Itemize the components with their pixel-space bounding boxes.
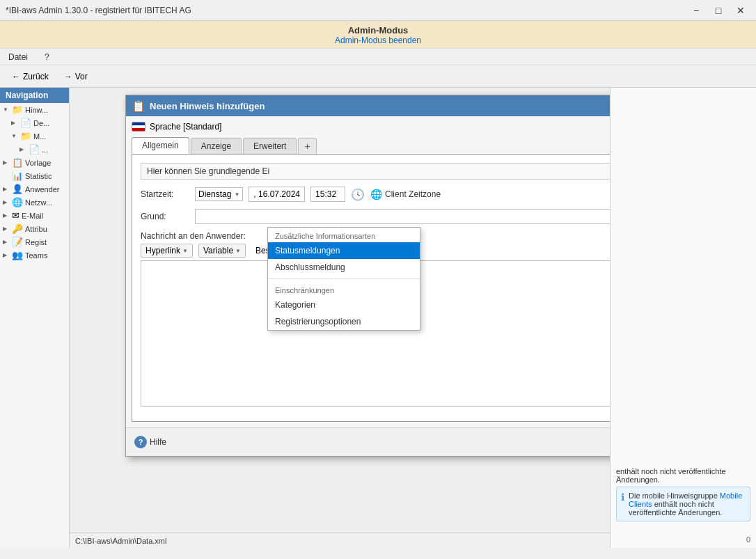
sidebar-item-netzw[interactable]: ▶ 🌐 Netzw...	[0, 196, 69, 209]
hyperlink-button[interactable]: Hyperlink	[141, 244, 193, 258]
content-area: 📋 Neuen Hinweis hinzufügen − □ ✕ Sprache…	[70, 88, 610, 548]
sidebar-item-sub[interactable]: ▶ 📄 ...	[0, 143, 69, 156]
expand-icon: ▶	[3, 159, 10, 166]
back-label: Zurück	[23, 72, 49, 81]
info-box: ℹ Die mobile Hinweisgruppe Mobile Client…	[616, 487, 750, 521]
back-button[interactable]: ← Zurück	[6, 69, 55, 84]
tab-anzeige[interactable]: Anzeige	[191, 138, 242, 154]
sidebar-label-hinw: Hinw...	[25, 106, 48, 114]
network-icon: 🌐	[12, 197, 23, 207]
day-dropdown[interactable]: Dienstag	[195, 187, 243, 201]
teams-icon: 👥	[12, 250, 23, 260]
expand-icon: ▶	[3, 199, 10, 205]
sidebar-item-m[interactable]: ▼ 📁 M...	[0, 129, 69, 143]
description-field: Hier können Sie grundlegende Ei	[141, 163, 610, 180]
notice-text: enthält noch nicht veröffentlichte Änder…	[616, 467, 750, 484]
attrib-icon: 🔑	[12, 223, 23, 234]
doc-icon: 📄	[29, 144, 40, 155]
menu-datei[interactable]: Datei	[6, 51, 31, 63]
sidebar-item-attribu[interactable]: ▶ 🔑 Attribu	[0, 222, 69, 235]
sidebar-label-attribu: Attribu	[25, 225, 47, 233]
sidebar-item-regist[interactable]: ▶ 📝 Regist	[0, 235, 69, 249]
counter: 0	[746, 535, 750, 544]
admin-mode-deactivate-link[interactable]: Admin-Modus beenden	[335, 36, 421, 45]
status-bar: C:\IBI-aws\Admin\Data.xml	[70, 533, 610, 548]
lang-flag-icon	[132, 122, 145, 132]
expand-icon: ▶	[3, 226, 10, 232]
email-icon: ✉	[12, 210, 19, 221]
sidebar: Navigation ▼ 📁 Hinw... ▶ 📄 De... ▼ 📁 M..…	[0, 88, 70, 548]
help-icon: ?	[134, 436, 147, 448]
admin-banner: Admin-Modus Admin-Modus beenden	[0, 21, 756, 49]
startzeit-row: Startzeit: Dienstag , 16.07.2024 🕓 🌐 Cli…	[141, 187, 610, 202]
forward-icon: →	[64, 72, 72, 81]
globe-icon: 🌐	[370, 189, 382, 200]
dialog-icon: 📋	[132, 100, 145, 113]
expand-icon: ▼	[3, 107, 10, 113]
minimize-button[interactable]: −	[686, 3, 706, 18]
close-button[interactable]: ✕	[731, 3, 750, 18]
tab-allgemein[interactable]: Allgemein	[132, 137, 189, 154]
forward-button[interactable]: → Vor	[58, 69, 94, 84]
menu-help[interactable]: ?	[42, 51, 52, 63]
forward-label: Vor	[75, 72, 88, 81]
sidebar-label-sub: ...	[42, 145, 48, 154]
grund-input[interactable]	[195, 209, 610, 224]
dropdown-section2-label: Einschränkungen	[268, 282, 420, 297]
grund-label: Grund:	[141, 212, 189, 221]
folder-icon: 📁	[12, 104, 23, 115]
restore-button[interactable]: □	[709, 3, 728, 18]
expand-icon: ▶	[19, 146, 26, 152]
dropdown-item-abschlussmeldung[interactable]: Abschlussmeldung	[268, 259, 420, 276]
sidebar-label-m: M...	[33, 132, 46, 141]
variable-button[interactable]: Variable	[198, 244, 246, 258]
lang-label: Sprache [Standard]	[150, 122, 221, 132]
tab-erweitert[interactable]: Erweitert	[243, 138, 297, 154]
sidebar-item-hinw[interactable]: ▼ 📁 Hinw...	[0, 103, 69, 116]
title-bar: *IBI-aws Admin 1.30.0 - registriert für …	[0, 0, 756, 21]
sidebar-label-teams: Teams	[25, 251, 47, 260]
date-value: , 16.07.2024	[253, 189, 300, 199]
description-row: Hier können Sie grundlegende Ei	[141, 163, 610, 180]
right-panel: enthält noch nicht veröffentlichte Änder…	[610, 88, 756, 548]
help-label: Hilfe	[150, 437, 166, 447]
vorlage-icon: 📋	[12, 157, 23, 168]
dropdown-divider	[268, 278, 420, 279]
tab-add-button[interactable]: +	[298, 138, 316, 154]
dialog-footer: ? Hilfe Speichern Abbrechen	[126, 427, 610, 456]
help-link[interactable]: ? Hilfe	[134, 436, 166, 448]
sidebar-item-vorlage[interactable]: ▶ 📋 Vorlage	[0, 156, 69, 169]
app-title: *IBI-aws Admin 1.30.0 - registriert für …	[6, 6, 191, 15]
dropdown-item-registrierungsoptionen[interactable]: Registrierungsoptionen	[268, 313, 420, 330]
info-icon: ℹ	[621, 491, 624, 517]
expand-icon: ▶	[11, 120, 18, 126]
sidebar-item-anwender[interactable]: ▶ 👤 Anwender	[0, 182, 69, 196]
regist-icon: 📝	[12, 237, 23, 247]
user-icon: 👤	[12, 184, 23, 194]
sidebar-label-vorlage: Vorlage	[25, 159, 51, 167]
info-text1: Die mobile Hinweisgruppe	[629, 491, 720, 500]
sidebar-item-de[interactable]: ▶ 📄 De...	[0, 116, 69, 129]
tab-bar: Allgemein Anzeige Erweitert +	[132, 137, 610, 154]
menu-bar: Datei ?	[0, 49, 756, 65]
notice-label: enthält noch nicht veröffentlichte Änder…	[616, 467, 726, 484]
sidebar-header: Navigation	[0, 88, 69, 103]
sidebar-label-statistic: Statistic	[25, 172, 52, 180]
sidebar-item-email[interactable]: ▶ ✉ E-Mail	[0, 209, 69, 222]
sidebar-item-statistic[interactable]: 📊 Statistic	[0, 169, 69, 182]
expand-icon: ▶	[3, 252, 10, 258]
dropdown-item-statusmeldungen[interactable]: Statusmeldungen	[268, 242, 420, 259]
dialog-title-label: Neuen Hinweis hinzufügen	[150, 101, 265, 111]
clock-icon: 🕓	[351, 188, 365, 201]
date-input[interactable]: , 16.07.2024	[249, 187, 305, 202]
window-controls: − □ ✕	[686, 3, 750, 18]
dropdown-section1-label: Zusätzliche Informationsarten	[268, 228, 420, 242]
dropdown-item-kategorien[interactable]: Kategorien	[268, 297, 420, 313]
info-content: Die mobile Hinweisgruppe Mobile Clients …	[629, 491, 746, 517]
time-input[interactable]	[310, 187, 345, 202]
expand-icon: ▶	[3, 239, 10, 245]
dropdown-menu: Zusätzliche Informationsarten Statusmeld…	[267, 227, 420, 331]
sidebar-item-teams[interactable]: ▶ 👥 Teams	[0, 249, 69, 262]
sidebar-label-netzw: Netzw...	[25, 198, 52, 207]
sidebar-label-regist: Regist	[25, 238, 47, 246]
